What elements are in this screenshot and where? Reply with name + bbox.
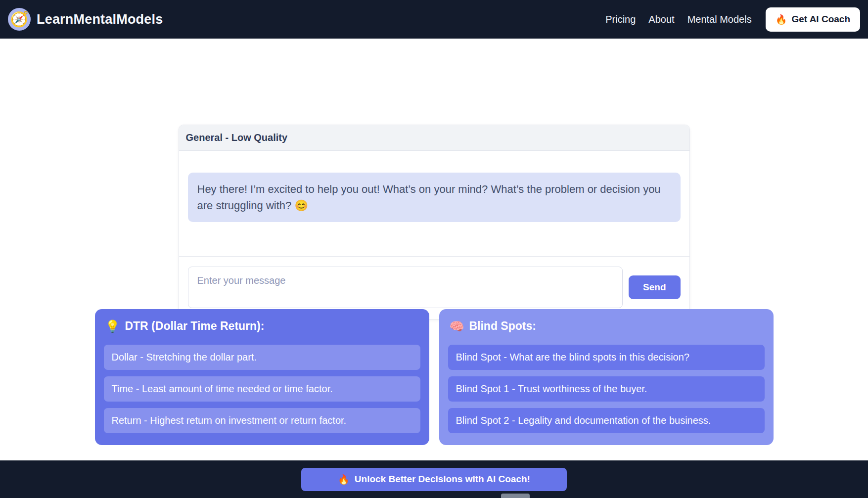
blind-spots-card: 🧠 Blind Spots: Blind Spot - What are the… [439, 309, 774, 445]
navbar: 🧭 LearnMentalModels Pricing About Mental… [0, 0, 868, 39]
nav-link-pricing[interactable]: Pricing [605, 14, 636, 25]
dtr-card: 💡 DTR (Dollar Time Return): Dollar - Str… [95, 309, 429, 445]
insight-cards-row: 💡 DTR (Dollar Time Return): Dollar - Str… [95, 309, 774, 445]
lightbulb-icon: 💡 [105, 320, 120, 332]
fire-icon: 🔥 [338, 474, 350, 485]
page: 🧭 LearnMentalModels Pricing About Mental… [0, 0, 868, 498]
chat-message-area: Hey there! I’m excited to help you out! … [179, 151, 689, 256]
compass-glyph: 🧭 [10, 12, 28, 27]
unlock-ai-coach-label: Unlock Better Decisions with AI Coach! [355, 474, 530, 485]
nav-menu: Pricing About Mental Models 🔥 Get AI Coa… [605, 7, 860, 32]
nav-link-mental-models[interactable]: Mental Models [687, 14, 752, 25]
brain-icon: 🧠 [450, 320, 464, 332]
blind-spots-card-title: 🧠 Blind Spots: [448, 319, 765, 333]
brand-name: LearnMentalModels [37, 12, 163, 27]
list-item: Return - Highest return on investment or… [104, 408, 420, 433]
send-button[interactable]: Send [629, 275, 680, 299]
chat-header-title: General - Low Quality [179, 125, 689, 151]
list-item: Blind Spot 1 - Trust worthiness of the b… [448, 376, 765, 402]
list-item: Blind Spot 2 - Legality and documentatio… [448, 408, 765, 433]
nav-link-about[interactable]: About [648, 14, 674, 25]
dtr-card-title: 💡 DTR (Dollar Time Return): [104, 319, 420, 333]
blind-spots-title-text: Blind Spots: [469, 319, 536, 333]
unlock-ai-coach-button[interactable]: 🔥 Unlock Better Decisions with AI Coach! [301, 468, 567, 491]
message-input[interactable] [188, 267, 623, 308]
get-ai-coach-button[interactable]: 🔥 Get AI Coach [766, 7, 860, 32]
dtr-title-text: DTR (Dollar Time Return): [125, 319, 264, 333]
list-item: Dollar - Stretching the dollar part. [104, 345, 420, 370]
assistant-message-bubble: Hey there! I’m excited to help you out! … [188, 173, 681, 222]
main-content: General - Low Quality Hey there! I’m exc… [0, 39, 868, 460]
fire-icon: 🔥 [776, 14, 787, 25]
list-item: Blind Spot - What are the blind spots in… [448, 345, 765, 370]
get-ai-coach-label: Get AI Coach [791, 14, 850, 25]
compass-logo-icon: 🧭 [8, 8, 31, 31]
bottom-edge-element [501, 494, 530, 498]
list-item: Time - Least amount of time needed or ti… [104, 376, 420, 402]
chat-card: General - Low Quality Hey there! I’m exc… [179, 125, 690, 319]
brand[interactable]: 🧭 LearnMentalModels [8, 8, 163, 31]
footer: 🔥 Unlock Better Decisions with AI Coach! [0, 460, 868, 498]
